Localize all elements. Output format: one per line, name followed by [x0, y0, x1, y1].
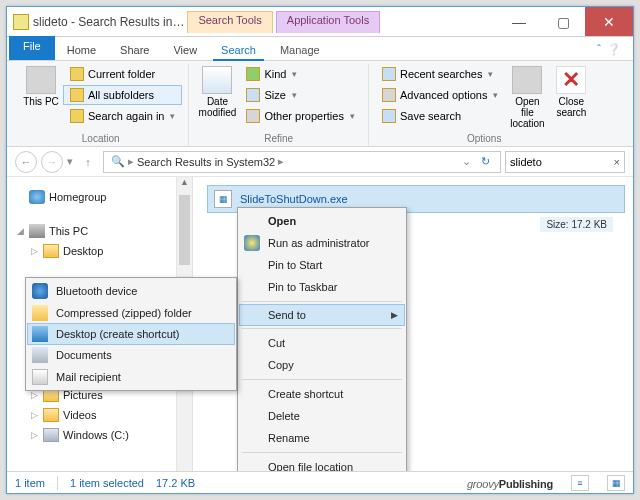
zip-icon: [32, 305, 48, 321]
group-label-refine: Refine: [195, 131, 361, 146]
tree-desktop[interactable]: ▷Desktop: [11, 241, 172, 261]
chevron-down-icon: ▾: [292, 69, 297, 79]
size-icon: [246, 88, 260, 102]
menu-delete[interactable]: Delete: [240, 405, 404, 427]
tab-file[interactable]: File: [9, 36, 55, 60]
tab-search[interactable]: Search: [209, 40, 268, 60]
help-icon[interactable]: ˆ ❔: [593, 39, 625, 60]
pc-icon: [29, 224, 45, 238]
menu-separator: [242, 328, 402, 329]
menu-cut[interactable]: Cut: [240, 332, 404, 354]
save-search-option[interactable]: Save search: [375, 106, 505, 126]
sendto-desktop-shortcut[interactable]: Desktop (create shortcut): [27, 323, 235, 345]
minimize-button[interactable]: —: [497, 7, 541, 36]
menu-pin-start[interactable]: Pin to Start: [240, 254, 404, 276]
recent-searches-option[interactable]: Recent searches▾: [375, 64, 505, 84]
expand-icon[interactable]: ▷: [29, 410, 39, 420]
context-tab-application-tools[interactable]: Application Tools: [276, 11, 380, 33]
address-dropdown[interactable]: ⌄: [458, 155, 475, 168]
up-button[interactable]: ↑: [77, 151, 99, 173]
address-bar[interactable]: 🔍 ▸ Search Results in System32 ▸ ⌄ ↻: [103, 151, 501, 173]
sendto-submenu: Bluetooth device Compressed (zipped) fol…: [25, 277, 237, 391]
view-icons-button[interactable]: ▦: [607, 475, 625, 491]
context-tab-search-tools[interactable]: Search Tools: [187, 11, 272, 33]
desktop-icon: [32, 326, 48, 342]
window-title: slideto - Search Results in…: [33, 15, 184, 29]
content-pane: ▲ ▦ SlideToShutDown.exe Size: 17.2 KB Op…: [177, 177, 633, 471]
scroll-up-icon[interactable]: ▲: [177, 177, 192, 193]
expand-icon[interactable]: ◢: [15, 226, 25, 236]
this-pc-icon: [26, 66, 56, 94]
sendto-mail[interactable]: Mail recipient: [28, 366, 234, 388]
documents-icon: [32, 347, 48, 363]
tab-home[interactable]: Home: [55, 40, 108, 60]
close-button[interactable]: ✕: [585, 7, 633, 36]
homegroup-icon: [29, 190, 45, 204]
expand-icon[interactable]: ▷: [29, 390, 39, 400]
expand-icon[interactable]: ▷: [29, 246, 39, 256]
tree-windows-c[interactable]: ▷Windows (C:): [11, 425, 172, 445]
size-option[interactable]: Size▾: [239, 85, 361, 105]
save-icon: [382, 109, 396, 123]
sendto-compressed[interactable]: Compressed (zipped) folder: [28, 302, 234, 324]
menu-create-shortcut[interactable]: Create shortcut: [240, 383, 404, 405]
search-icon: [70, 109, 84, 123]
tab-manage[interactable]: Manage: [268, 40, 332, 60]
menu-open-file-location[interactable]: Open file location: [240, 456, 404, 471]
status-item-count: 1 item: [15, 477, 45, 489]
menu-open[interactable]: Open: [240, 210, 404, 232]
close-search-button[interactable]: ✕ Close search: [549, 64, 593, 120]
sendto-bluetooth[interactable]: Bluetooth device: [28, 280, 234, 302]
sendto-documents[interactable]: Documents: [28, 344, 234, 366]
advanced-options-option[interactable]: Advanced options▾: [375, 85, 505, 105]
group-refine: Date modified Kind▾ Size▾ Other properti…: [189, 64, 368, 146]
current-folder-option[interactable]: Current folder: [63, 64, 182, 84]
chevron-down-icon: ▾: [493, 90, 498, 100]
menu-rename[interactable]: Rename: [240, 427, 404, 449]
tree-videos[interactable]: ▷Videos: [11, 405, 172, 425]
tree-this-pc[interactable]: ◢This PC: [11, 221, 172, 241]
menu-separator: [242, 452, 402, 453]
forward-button[interactable]: →: [41, 151, 63, 173]
group-label-location: Location: [19, 131, 182, 146]
kind-option[interactable]: Kind▾: [239, 64, 361, 84]
menu-pin-taskbar[interactable]: Pin to Taskbar: [240, 276, 404, 298]
kind-icon: [246, 67, 260, 81]
menu-run-as-admin[interactable]: Run as administrator: [240, 232, 404, 254]
search-again-option[interactable]: Search again in▾: [63, 106, 182, 126]
open-file-location-button[interactable]: Open file location: [505, 64, 549, 131]
this-pc-button[interactable]: This PC: [19, 64, 63, 109]
file-size-label: Size: 17.2 KB: [540, 217, 613, 232]
status-bar: 1 item 1 item selected 17.2 KB groovyPub…: [7, 471, 633, 493]
back-button[interactable]: ←: [15, 151, 37, 173]
other-properties-option[interactable]: Other properties▾: [239, 106, 361, 126]
scroll-thumb[interactable]: [179, 195, 190, 265]
breadcrumb-item[interactable]: Search Results in System32: [134, 156, 278, 168]
menu-separator: [242, 301, 402, 302]
tab-view[interactable]: View: [161, 40, 209, 60]
status-separator: [57, 476, 58, 490]
menu-send-to[interactable]: Send to▶: [239, 304, 405, 326]
view-details-button[interactable]: ≡: [571, 475, 589, 491]
chevron-down-icon: ▾: [170, 111, 175, 121]
workspace: Homegroup ◢This PC ▷Desktop ▷Music ▷Pict…: [7, 177, 633, 471]
all-subfolders-option[interactable]: All subfolders: [63, 85, 182, 105]
navbar: ← → ▾ ↑ 🔍 ▸ Search Results in System32 ▸…: [7, 147, 633, 177]
refresh-button[interactable]: ↻: [475, 155, 496, 168]
titlebar: slideto - Search Results in… Search Tool…: [7, 7, 633, 37]
file-name: SlideToShutDown.exe: [240, 193, 348, 205]
folder-icon: [70, 67, 84, 81]
menu-copy[interactable]: Copy: [240, 354, 404, 376]
date-modified-button[interactable]: Date modified: [195, 64, 239, 120]
search-input[interactable]: slideto ×: [505, 151, 625, 173]
maximize-button[interactable]: ▢: [541, 7, 585, 36]
history-dropdown[interactable]: ▾: [67, 155, 73, 168]
tree-homegroup[interactable]: Homegroup: [11, 187, 172, 207]
expand-icon[interactable]: ▷: [29, 430, 39, 440]
folders-icon: [70, 88, 84, 102]
tab-share[interactable]: Share: [108, 40, 161, 60]
clear-search-button[interactable]: ×: [614, 156, 620, 168]
ribbon: This PC Current folder All subfolders Se…: [7, 61, 633, 147]
properties-icon: [246, 109, 260, 123]
breadcrumb-sep: ▸: [278, 155, 284, 168]
